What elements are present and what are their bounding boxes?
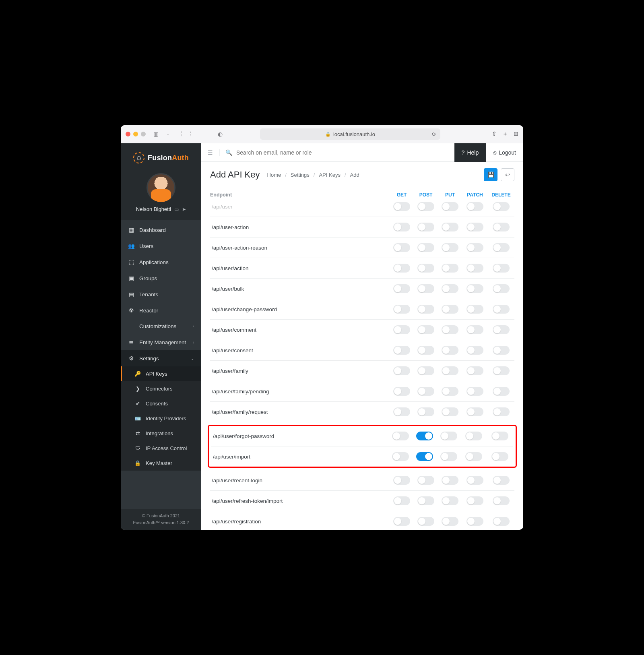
toggle[interactable] bbox=[491, 452, 508, 461]
search-input[interactable] bbox=[236, 149, 449, 156]
toggle[interactable] bbox=[417, 243, 434, 252]
toggle[interactable] bbox=[417, 366, 434, 375]
toggle[interactable] bbox=[493, 407, 510, 416]
new-tab-icon[interactable]: ＋ bbox=[502, 130, 508, 138]
toggle[interactable] bbox=[440, 452, 457, 461]
toggle[interactable] bbox=[392, 432, 409, 440]
back-icon[interactable]: 〈 bbox=[175, 130, 184, 138]
toggle[interactable] bbox=[416, 452, 433, 461]
nav-item-groups[interactable]: ▣ Groups bbox=[121, 270, 201, 286]
toggle[interactable] bbox=[442, 325, 458, 334]
toggle[interactable] bbox=[442, 284, 458, 293]
toggle[interactable] bbox=[442, 305, 458, 314]
nav-item-settings[interactable]: ⚙ Settings⌄ bbox=[121, 350, 201, 366]
sub-item-connectors[interactable]: ❯ Connectors bbox=[121, 381, 201, 396]
sub-item-ip-access-control[interactable]: 🛡 IP Access Control bbox=[121, 441, 201, 456]
toggle[interactable] bbox=[493, 264, 510, 273]
toggle[interactable] bbox=[442, 243, 458, 252]
toggle[interactable] bbox=[442, 407, 458, 416]
toggle[interactable] bbox=[393, 476, 410, 485]
toggle[interactable] bbox=[491, 432, 508, 440]
collapse-sidebar-icon[interactable]: ☰ bbox=[201, 149, 220, 156]
forward-icon[interactable]: 〉 bbox=[188, 130, 196, 138]
toggle[interactable] bbox=[493, 517, 510, 526]
toggle[interactable] bbox=[466, 243, 483, 252]
sub-item-api-keys[interactable]: 🔑 API Keys bbox=[121, 366, 201, 381]
toggle[interactable] bbox=[466, 223, 483, 231]
toggle[interactable] bbox=[493, 305, 510, 314]
toggle[interactable] bbox=[493, 387, 510, 396]
toggle[interactable] bbox=[442, 517, 458, 526]
shield-icon[interactable]: ◐ bbox=[216, 130, 225, 138]
crumb-home[interactable]: Home bbox=[267, 172, 281, 178]
toggle[interactable] bbox=[417, 346, 434, 355]
nav-item-applications[interactable]: ⬚ Applications bbox=[121, 254, 201, 270]
toggle[interactable] bbox=[493, 223, 510, 231]
toggle[interactable] bbox=[393, 243, 410, 252]
save-button[interactable]: 💾 bbox=[484, 168, 497, 181]
toggle[interactable] bbox=[466, 407, 483, 416]
sidebar-toggle-icon[interactable]: ▥ bbox=[151, 130, 160, 138]
toggle[interactable] bbox=[442, 202, 458, 211]
logout-button[interactable]: ⎋ Logout bbox=[486, 143, 523, 162]
toggle[interactable] bbox=[393, 325, 410, 334]
nav-item-tenants[interactable]: ▤ Tenants bbox=[121, 286, 201, 302]
toggle[interactable] bbox=[442, 476, 458, 485]
toggle[interactable] bbox=[493, 346, 510, 355]
toggle[interactable] bbox=[393, 264, 410, 273]
toggle[interactable] bbox=[393, 346, 410, 355]
toggle[interactable] bbox=[393, 305, 410, 314]
toggle[interactable] bbox=[417, 387, 434, 396]
sub-item-identity-providers[interactable]: 🪪 Identity Providers bbox=[121, 411, 201, 426]
avatar[interactable] bbox=[147, 173, 175, 202]
toggle[interactable] bbox=[465, 452, 482, 461]
toggle[interactable] bbox=[466, 264, 483, 273]
toggle[interactable] bbox=[466, 366, 483, 375]
toggle[interactable] bbox=[442, 264, 458, 273]
toggle[interactable] bbox=[442, 496, 458, 505]
nav-item-entity-management[interactable]: ≣ Entity Management‹ bbox=[121, 334, 201, 350]
share-icon[interactable]: ⇧ bbox=[492, 130, 497, 138]
toggle[interactable] bbox=[393, 517, 410, 526]
toggle[interactable] bbox=[393, 202, 410, 211]
crumb-settings[interactable]: Settings bbox=[291, 172, 310, 178]
toggle[interactable] bbox=[493, 202, 510, 211]
toggle[interactable] bbox=[466, 202, 483, 211]
minimize-window-icon[interactable] bbox=[133, 132, 138, 136]
nav-item-users[interactable]: 👥 Users bbox=[121, 238, 201, 254]
toggle[interactable] bbox=[466, 517, 483, 526]
sub-item-key-master[interactable]: 🔒 Key Master bbox=[121, 456, 201, 471]
toggle[interactable] bbox=[493, 325, 510, 334]
toggle[interactable] bbox=[417, 476, 434, 485]
toggle[interactable] bbox=[466, 496, 483, 505]
sub-item-integrations[interactable]: ⇄ Integrations bbox=[121, 426, 201, 441]
help-button[interactable]: ? Help bbox=[454, 143, 486, 162]
toggle[interactable] bbox=[493, 496, 510, 505]
toggle[interactable] bbox=[417, 517, 434, 526]
brand[interactable]: ◌ FusionAuth bbox=[121, 143, 201, 171]
toggle[interactable] bbox=[440, 432, 457, 440]
toggle[interactable] bbox=[466, 305, 483, 314]
toggle[interactable] bbox=[417, 264, 434, 273]
nav-item-dashboard[interactable]: ▦ Dashboard bbox=[121, 222, 201, 238]
crumb-api-keys[interactable]: API Keys bbox=[319, 172, 340, 178]
toggle[interactable] bbox=[417, 305, 434, 314]
toggle[interactable] bbox=[393, 284, 410, 293]
toggle[interactable] bbox=[417, 407, 434, 416]
toggle[interactable] bbox=[392, 452, 409, 461]
id-card-icon[interactable]: ▭ bbox=[174, 207, 179, 212]
toggle[interactable] bbox=[442, 223, 458, 231]
reload-icon[interactable]: ⟳ bbox=[432, 131, 436, 137]
toggle[interactable] bbox=[442, 387, 458, 396]
url-bar[interactable]: 🔒 local.fusionauth.io ⟳ bbox=[260, 128, 440, 140]
toggle[interactable] bbox=[466, 325, 483, 334]
toggle[interactable] bbox=[493, 366, 510, 375]
toggle[interactable] bbox=[493, 284, 510, 293]
tab-overview-icon[interactable]: ⊞ bbox=[514, 130, 518, 138]
toggle[interactable] bbox=[493, 476, 510, 485]
chevron-down-icon[interactable]: ⌄ bbox=[163, 130, 172, 138]
toggle[interactable] bbox=[466, 346, 483, 355]
location-icon[interactable]: ➤ bbox=[182, 207, 186, 212]
nav-item-reactor[interactable]: ☢ Reactor bbox=[121, 302, 201, 318]
back-button[interactable]: ↩ bbox=[501, 168, 514, 181]
